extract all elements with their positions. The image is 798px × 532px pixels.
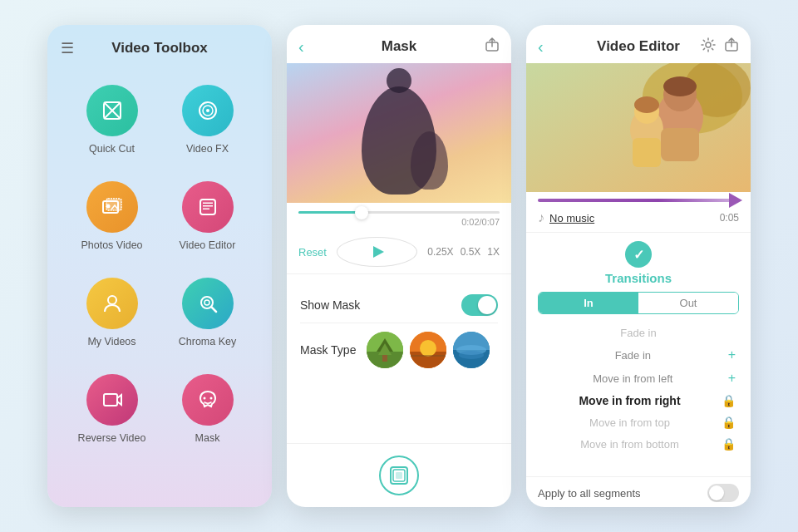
svg-rect-29 xyxy=(410,355,446,357)
tool-mask[interactable]: Mask xyxy=(163,364,252,454)
video-fx-label: Video FX xyxy=(186,143,229,155)
svg-rect-49 xyxy=(633,138,661,167)
panel3-share-icon[interactable] xyxy=(724,37,739,57)
show-mask-row: Show Mask xyxy=(300,288,498,323)
tool-video-editor[interactable]: Video Editor xyxy=(163,171,252,261)
apply-all-toggle[interactable] xyxy=(707,484,739,502)
trans-move-right-lock-icon: 🔒 xyxy=(722,394,736,407)
panel2-title: Mask xyxy=(382,38,417,55)
reverse-video-label: Reverse Video xyxy=(78,432,146,444)
tool-quick-cut[interactable]: Quick Cut xyxy=(67,75,156,165)
my-videos-label: My Videos xyxy=(87,336,135,347)
mask-thumb-tree[interactable] xyxy=(367,332,403,368)
svg-rect-25 xyxy=(382,355,387,362)
svg-line-15 xyxy=(211,307,216,312)
mask-thumb-water[interactable] xyxy=(453,332,490,368)
editor-timeline xyxy=(526,192,751,205)
mask-panel: ‹ Mask 0:02/0:07 Reset 0.25X 0.5X xyxy=(287,25,511,507)
quick-cut-icon xyxy=(86,85,138,136)
svg-point-46 xyxy=(663,76,697,96)
show-mask-toggle[interactable] xyxy=(461,294,498,316)
svg-point-19 xyxy=(209,397,212,400)
my-videos-icon xyxy=(86,278,138,329)
check-mark: ✓ xyxy=(633,247,644,263)
chroma-key-label: Chroma Key xyxy=(179,336,236,347)
mask-video-preview xyxy=(287,63,511,203)
trans-item-move-left[interactable]: Move in from left + xyxy=(538,367,739,390)
play-icon xyxy=(373,246,384,258)
timeline-time: 0:02/0:07 xyxy=(461,217,500,227)
tool-my-videos[interactable]: My Videos xyxy=(67,268,156,357)
trans-move-left-label: Move in from left xyxy=(541,372,725,385)
panel3-back-button[interactable]: ‹ xyxy=(538,37,544,57)
speed-05x[interactable]: 0.5X xyxy=(461,246,481,258)
svg-point-37 xyxy=(706,42,711,47)
in-out-tabs: In Out xyxy=(538,292,739,314)
speed-025x[interactable]: 0.25X xyxy=(427,246,453,258)
tool-video-fx[interactable]: Video FX xyxy=(163,75,252,165)
trans-move-top-lock-icon: 🔒 xyxy=(722,416,736,429)
svg-point-13 xyxy=(108,296,116,304)
tool-photos-video[interactable]: Photos Video xyxy=(67,171,156,261)
show-mask-label: Show Mask xyxy=(300,298,360,312)
svg-rect-36 xyxy=(396,472,402,479)
music-row: ♪ No music 0:05 xyxy=(526,205,751,229)
quick-cut-label: Quick Cut xyxy=(89,143,135,155)
photos-video-label: Photos Video xyxy=(81,239,142,251)
timeline-thumb[interactable] xyxy=(355,206,368,219)
tab-in[interactable]: In xyxy=(539,293,638,313)
panel3-settings-icon[interactable] xyxy=(701,37,716,57)
panel3-title: Video Editor xyxy=(597,38,680,55)
edit-icon-button[interactable] xyxy=(379,456,419,495)
panel3-divider1 xyxy=(526,232,751,233)
editor-timeline-track[interactable] xyxy=(538,199,739,202)
svg-point-8 xyxy=(106,204,110,209)
trans-move-bottom-lock-icon: 🔒 xyxy=(722,437,736,451)
mask-child-silhouette xyxy=(411,131,448,190)
trans-fade-add-icon: + xyxy=(728,347,736,362)
timeline-fill xyxy=(298,211,359,214)
video-fx-icon xyxy=(182,85,234,136)
no-music-link[interactable]: No music xyxy=(549,212,594,224)
timeline-bar: 0:02/0:07 xyxy=(287,203,511,232)
panel2-share-icon[interactable] xyxy=(485,37,500,57)
trans-fade2-label: Fade in xyxy=(541,349,725,362)
panel1-header: ☰ Video Toolbox xyxy=(47,25,272,66)
music-time: 0:05 xyxy=(720,212,739,224)
trans-move-right-label: Move in from right xyxy=(541,394,718,407)
tab-out[interactable]: Out xyxy=(638,293,738,313)
speed-1x[interactable]: 1X xyxy=(487,246,500,258)
playback-controls: Reset 0.25X 0.5X 1X xyxy=(287,232,511,273)
photos-video-icon xyxy=(86,181,138,233)
mask-label: Mask xyxy=(195,432,220,444)
trans-item-fade: Fade in xyxy=(538,323,739,343)
editor-video-preview xyxy=(526,63,751,192)
trans-move-left-add-icon: + xyxy=(728,371,736,386)
mask-thumb-sunset[interactable] xyxy=(410,332,446,368)
music-note-icon: ♪ xyxy=(538,210,544,225)
toggle-knob xyxy=(478,296,496,314)
trans-item-move-right[interactable]: Move in from right 🔒 xyxy=(538,390,739,411)
panel2-back-button[interactable]: ‹ xyxy=(298,37,304,57)
video-toolbox-panel: ☰ Video Toolbox Quick Cut Video xyxy=(47,25,272,507)
reset-button[interactable]: Reset xyxy=(298,246,327,259)
mask-type-label: Mask Type xyxy=(300,343,367,357)
editor-play-indicator xyxy=(729,193,742,208)
tool-chroma-key[interactable]: Chroma Key xyxy=(163,268,252,357)
video-editor-icon xyxy=(182,181,234,233)
svg-rect-12 xyxy=(203,203,213,204)
menu-icon[interactable]: ☰ xyxy=(61,39,74,57)
svg-rect-9 xyxy=(200,200,215,214)
mask-type-row: Mask Type xyxy=(300,323,498,377)
tool-reverse-video[interactable]: Reverse Video xyxy=(67,364,156,454)
timeline-track[interactable] xyxy=(298,211,500,214)
svg-point-47 xyxy=(634,96,659,113)
trans-item-fade2[interactable]: Fade in + xyxy=(538,343,739,367)
transitions-title: Transitions xyxy=(605,271,672,285)
svg-point-18 xyxy=(203,397,205,400)
transitions-check-icon: ✓ xyxy=(625,241,652,268)
play-button[interactable] xyxy=(337,237,417,267)
svg-rect-10 xyxy=(203,205,213,207)
svg-rect-48 xyxy=(661,128,699,161)
panel2-header: ‹ Mask xyxy=(287,25,511,63)
